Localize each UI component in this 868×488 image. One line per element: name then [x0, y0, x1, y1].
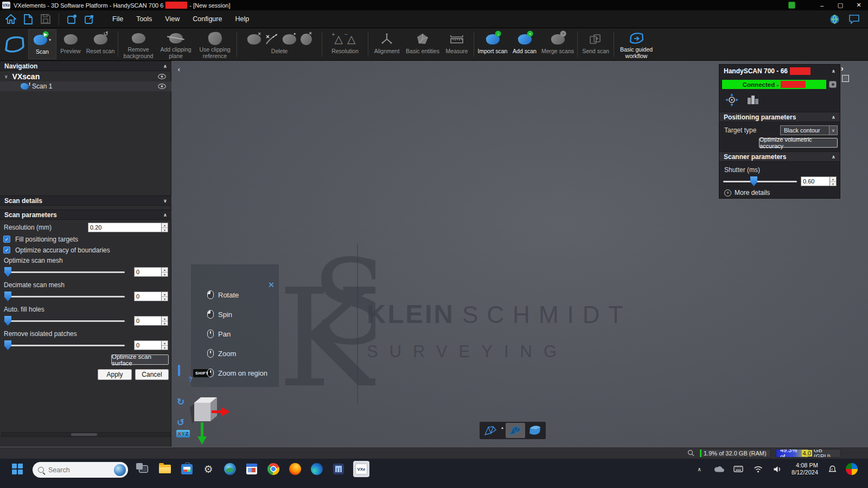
xyz-axis-badge[interactable]: XYZ [176, 430, 190, 438]
increase-resolution-icon[interactable]: △+ [335, 34, 343, 45]
firefox-icon[interactable] [288, 462, 302, 476]
decrease-resolution-icon[interactable]: △− [347, 34, 355, 45]
file-explorer-icon[interactable] [158, 462, 172, 476]
optimize-volumetric-accuracy-button[interactable]: Optimize volumetric accuracy [759, 138, 838, 148]
smooth-shading-button[interactable] [525, 423, 545, 438]
use-clipping-reference-button[interactable]: Use clipping reference [195, 29, 235, 59]
shutter-spinner[interactable] [829, 176, 837, 186]
vxelements-taskbar-icon[interactable]: VXe [353, 461, 369, 477]
tree-node-vxscan[interactable]: ∨ VXscan [0, 71, 171, 81]
scanner-parameters-header[interactable]: Scanner parameters ∧ [719, 151, 840, 162]
basic-guided-workflow-button[interactable]: Basic guided workflow [616, 29, 657, 59]
tray-chevron-up-icon[interactable]: ∧ [692, 462, 706, 476]
rotate-ccw-icon[interactable]: ↺ [177, 417, 184, 428]
edge-icon[interactable] [310, 462, 324, 476]
viewport-3d[interactable]: ‹ K S KLEIN SCHMIDT SURVEYING ✕ [171, 61, 868, 447]
optimize-boundaries-checkbox[interactable]: ✓ [3, 246, 10, 253]
feedback-icon[interactable] [847, 12, 860, 26]
fill-targets-checkbox[interactable]: ✓ [3, 236, 10, 243]
chevron-up-icon[interactable]: ∧ [163, 64, 167, 69]
resolution-input[interactable] [88, 223, 161, 232]
export-session-button[interactable] [83, 12, 96, 26]
menu-tools[interactable]: Tools [130, 12, 158, 26]
save-session-button[interactable] [39, 12, 52, 26]
delete-patch-icon[interactable]: ✦ [282, 33, 296, 45]
notification-icon[interactable]: z [825, 462, 839, 476]
horizontal-scrollbar[interactable] [1, 432, 170, 437]
chevron-up-icon[interactable]: ∧ [163, 212, 167, 218]
slider-track[interactable] [4, 320, 125, 322]
onedrive-icon[interactable] [712, 462, 726, 476]
visibility-eye-icon[interactable] [158, 84, 166, 89]
taskbar-search[interactable] [33, 462, 128, 478]
slider-track[interactable] [4, 271, 125, 273]
collapse-left-panel-button[interactable]: ‹ [175, 64, 183, 74]
widgets-icon[interactable] [845, 462, 859, 476]
volume-icon[interactable] [770, 462, 784, 476]
scrollbar-handle[interactable] [71, 433, 97, 436]
import-scan-button[interactable]: ↓ Import scan [476, 29, 509, 59]
preview-button[interactable]: Preview [56, 29, 85, 59]
microsoft-store-icon[interactable] [180, 462, 194, 476]
online-services-icon[interactable] [828, 12, 841, 26]
float-panel-button[interactable] [842, 75, 849, 82]
shutter-value-input[interactable] [801, 176, 829, 186]
alignment-button[interactable]: Alignment [370, 29, 404, 59]
slider-track[interactable] [4, 345, 125, 346]
tree-expander-icon[interactable]: ∨ [4, 74, 8, 79]
delete-selection-icon[interactable]: ✕ [246, 33, 261, 45]
rotate-cw-icon[interactable]: ↻ [177, 396, 184, 408]
new-session-button[interactable] [22, 12, 35, 26]
slider-value-input[interactable] [134, 267, 161, 277]
add-clipping-plane-button[interactable]: Add clipping plane [157, 29, 195, 59]
remove-background-button[interactable]: Remove background [120, 29, 157, 59]
slider-handle[interactable] [4, 267, 11, 277]
slider-value-input[interactable] [134, 340, 161, 350]
measure-button[interactable]: Measure [442, 29, 472, 59]
orientation-cube[interactable] [186, 392, 234, 446]
mouse-help-icon[interactable]: ? [178, 366, 192, 382]
slider-spinner[interactable] [161, 291, 168, 301]
slider-handle[interactable] [4, 316, 11, 326]
chevron-down-icon[interactable]: ∨ [163, 198, 167, 204]
menu-file[interactable]: File [106, 12, 130, 26]
add-scan-button[interactable]: + Add scan [509, 29, 540, 59]
chrome-icon[interactable] [266, 462, 280, 476]
apply-button[interactable]: Apply [98, 369, 132, 380]
reset-scan-button[interactable]: ↺ Reset scan [85, 29, 116, 59]
taskbar-clock[interactable]: 4:08 PM 8/12/2024 [792, 462, 818, 476]
delete-spline-icon[interactable] [265, 33, 278, 45]
cancel-button[interactable]: Cancel [135, 369, 169, 380]
merge-scans-button[interactable]: + Merge scans [540, 29, 576, 59]
settings-icon[interactable]: ⚙ [201, 462, 215, 476]
home-button[interactable] [4, 12, 17, 26]
import-session-button[interactable] [66, 12, 79, 26]
scan-details-header[interactable]: Scan details ∨ [0, 195, 171, 206]
scan-parameters-header[interactable]: Scan parameters ∧ [0, 210, 171, 220]
positioning-mode-icon[interactable] [725, 93, 739, 107]
slider-value-input[interactable] [134, 291, 161, 301]
task-view-button[interactable] [136, 462, 150, 476]
wifi-icon[interactable] [751, 462, 765, 476]
maps-app-icon[interactable] [223, 462, 237, 476]
menu-help[interactable]: Help [228, 12, 256, 26]
resolution-spinner[interactable] [161, 223, 168, 232]
scanner-panel-header[interactable]: HandySCAN 700 - 66 ∧ [719, 65, 840, 78]
wireframe-mode-button[interactable] [481, 423, 500, 438]
minimize-button[interactable]: – [813, 0, 831, 10]
maximize-button[interactable]: ▢ [831, 0, 850, 10]
search-input[interactable] [48, 466, 108, 474]
display-mode-caret-icon[interactable]: ▲ [501, 426, 504, 429]
slider-handle[interactable] [4, 291, 11, 301]
touch-keyboard-icon[interactable] [731, 462, 745, 476]
start-button[interactable] [10, 462, 24, 476]
scan-dropdown-caret-icon[interactable]: ▾ [49, 37, 51, 42]
slider-handle[interactable] [4, 340, 11, 350]
slider-spinner[interactable] [161, 267, 168, 277]
delete-blob-icon[interactable]: ✕ [299, 33, 312, 46]
menu-configure[interactable]: Configure [186, 12, 228, 26]
shutter-slider-track[interactable] [723, 181, 797, 182]
scan-button[interactable]: ▶ ▾ Scan [28, 29, 56, 59]
chevron-up-icon[interactable]: ∧ [832, 68, 835, 74]
chevron-up-icon[interactable]: ∧ [832, 115, 835, 120]
